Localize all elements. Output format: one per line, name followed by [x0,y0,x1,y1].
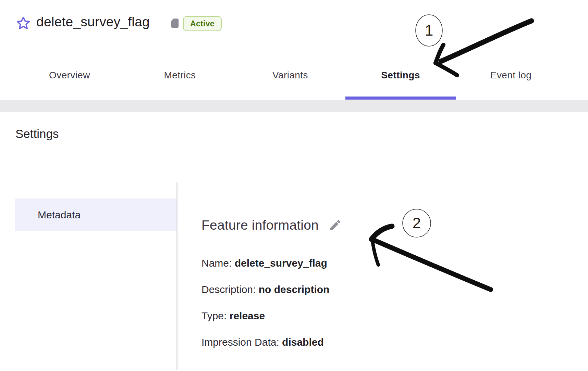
tab-settings[interactable]: Settings [345,50,456,100]
annotation-step-2: 2 [371,209,491,290]
tab-variants-label: Variants [272,70,308,81]
status-badge: Active [183,16,222,31]
field-description-label: Description: [201,284,259,295]
favorite-star-icon[interactable] [16,16,31,31]
field-type-value: release [230,310,265,321]
tab-event-log-label: Event log [490,70,531,81]
page-header: delete_survey_flag Active [0,0,588,50]
sidebar-item-metadata[interactable]: Metadata [15,199,176,231]
field-impression-data: Impression Data: disabled [201,336,324,348]
panel-title: Feature information [201,218,319,233]
annotation-arrow-2 [371,226,491,290]
field-type: Type: release [201,310,265,322]
field-impression-data-value: disabled [282,336,324,348]
field-name: Name: delete_survey_flag [201,257,327,269]
tab-metrics-label: Metrics [164,70,196,81]
copy-icon[interactable] [169,17,180,29]
feature-flag-settings-page: delete_survey_flag Active Overview Metri… [0,0,588,371]
page-title: Settings [15,127,59,141]
tab-event-log[interactable]: Event log [456,50,566,100]
settings-section-header: Settings [0,112,588,160]
field-impression-data-label: Impression Data: [201,336,282,348]
tab-variants[interactable]: Variants [235,50,345,100]
tab-overview-label: Overview [49,70,90,81]
section-divider-band [0,100,588,112]
vertical-divider [176,182,177,370]
tab-metrics[interactable]: Metrics [125,50,235,100]
field-name-value: delete_survey_flag [235,257,327,269]
edit-pencil-icon[interactable] [328,218,342,232]
flag-tab-bar: Overview Metrics Variants Settings Event… [14,50,566,100]
tab-overview[interactable]: Overview [14,50,125,100]
field-description-value: no description [259,284,330,295]
field-type-label: Type: [201,310,230,321]
tab-settings-label: Settings [381,70,420,81]
active-tab-underline [345,97,456,100]
flag-title: delete_survey_flag [36,14,150,29]
field-name-label: Name: [201,257,235,269]
field-description: Description: no description [201,284,329,295]
annotation-step-2-number: 2 [413,215,421,231]
sidebar-item-label: Metadata [38,209,81,221]
feature-information-header: Feature information [201,218,342,233]
